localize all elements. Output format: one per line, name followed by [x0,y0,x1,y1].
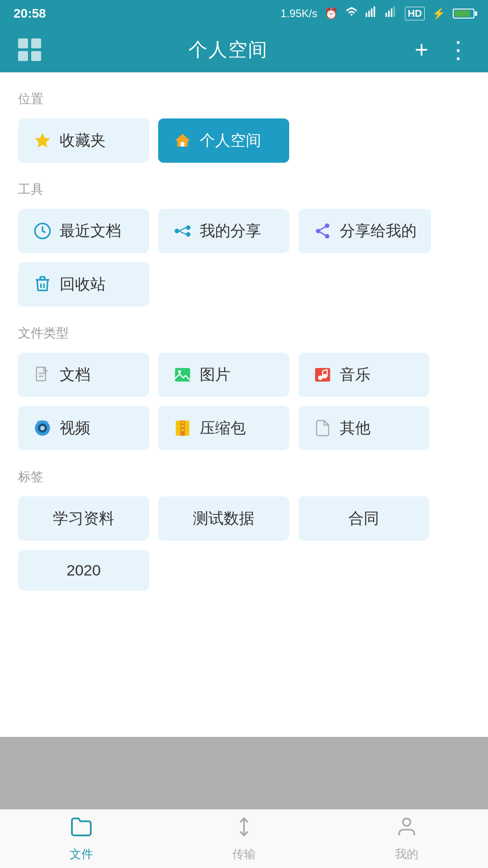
doc-button[interactable]: 文档 [18,353,149,397]
tags-grid: 学习资料 测试数据 合同 2020 [18,496,470,591]
year2020-tag-button[interactable]: 2020 [18,550,149,591]
svg-rect-0 [366,13,367,17]
location-section: 位置 收藏夹 个人空间 [18,90,470,163]
nav-transfer[interactable]: 传输 [163,816,325,862]
battery-icon [453,9,474,19]
recycle-label: 回收站 [60,274,106,295]
svg-rect-2 [371,9,373,17]
share-icon [173,221,192,241]
recent-docs-button[interactable]: 最近文档 [18,209,149,253]
study-tag-label: 学习资料 [53,508,114,529]
svg-point-12 [186,232,191,237]
test-data-tag-button[interactable]: 测试数据 [158,496,289,541]
svg-point-11 [186,226,191,230]
nav-mine[interactable]: 我的 [325,816,488,862]
svg-rect-35 [181,429,184,431]
grid-sq4 [31,51,41,61]
svg-point-24 [323,374,327,378]
contract-tag-button[interactable]: 合同 [298,496,429,541]
favorites-label: 收藏夹 [60,130,106,151]
svg-rect-8 [181,142,184,146]
zip-button[interactable]: 压缩包 [158,406,289,450]
grid-menu-button[interactable] [18,38,42,61]
file-types-grid: 文档 图片 [18,353,470,450]
svg-rect-3 [374,6,375,17]
time-display: 20:58 [14,6,46,21]
location-grid: 收藏夹 个人空间 [18,118,470,163]
hd-badge: HD [405,7,425,20]
video-button[interactable]: 视频 [18,406,149,450]
home-icon [173,131,192,151]
nav-files-label: 文件 [70,846,93,862]
doc-label: 文档 [60,364,90,385]
other-button[interactable]: 其他 [298,406,429,450]
zip-label: 压缩包 [200,418,246,439]
tools-grid: 最近文档 我的分享 [18,209,470,307]
svg-point-37 [403,818,411,826]
svg-rect-34 [181,425,184,427]
contract-tag-label: 合同 [348,508,379,529]
video-icon [33,418,52,438]
status-center: 1.95K/s ⏰ HD ⚡ [281,6,474,21]
svg-point-10 [175,229,179,233]
year2020-tag-label: 2020 [66,561,101,579]
recycle-button[interactable]: 回收站 [18,262,149,307]
svg-rect-15 [40,277,45,280]
my-share-label: 我的分享 [200,221,261,241]
trash-icon [33,274,52,294]
wifi-icon [345,6,358,21]
img-icon [173,365,192,385]
other-label: 其他 [340,418,371,439]
page-title: 个人空间 [188,37,268,62]
svg-line-14 [179,231,186,235]
svg-rect-6 [391,9,393,17]
music-button[interactable]: 音乐 [298,353,429,397]
svg-rect-33 [181,421,184,424]
video-label: 视频 [60,418,90,439]
grid-sq1 [18,38,28,48]
recent-docs-label: 最近文档 [60,221,121,241]
share2-icon [313,221,333,241]
main-content: 位置 收藏夹 个人空间 [0,72,488,737]
svg-rect-7 [394,6,395,17]
app-header: 个人空间 + ⋮ [0,27,488,72]
tools-label: 工具 [18,181,470,198]
study-tag-button[interactable]: 学习资料 [18,496,149,541]
star-icon [33,131,52,151]
zip-icon [173,418,192,438]
speed-display: 1.95K/s [281,7,317,20]
transfer-icon [233,816,255,843]
nav-files[interactable]: 文件 [0,816,163,862]
svg-line-13 [179,228,186,231]
add-button[interactable]: + [415,36,428,63]
music-icon [313,365,333,385]
signal2-icon [385,6,398,21]
svg-point-30 [40,426,45,430]
folder-icon [70,816,93,843]
clock-icon [33,221,52,241]
shared-with-me-button[interactable]: 分享给我的 [298,209,431,253]
svg-point-21 [178,370,181,373]
charging-icon: ⚡ [432,7,446,20]
test-data-tag-label: 测试数据 [193,508,254,529]
svg-rect-20 [175,368,190,382]
more-button[interactable]: ⋮ [446,36,470,63]
my-share-button[interactable]: 我的分享 [158,209,289,253]
other-icon [313,418,333,438]
nav-mine-label: 我的 [395,846,418,862]
personal-space-button[interactable]: 个人空间 [158,118,289,163]
header-actions: + ⋮ [415,36,470,63]
status-bar: 20:58 1.95K/s ⏰ HD ⚡ [0,0,488,27]
location-label: 位置 [18,90,470,108]
file-types-label: 文件类型 [18,325,470,342]
img-button[interactable]: 图片 [158,353,289,397]
svg-rect-4 [385,13,387,17]
doc-icon [33,365,52,385]
favorites-button[interactable]: 收藏夹 [18,118,149,163]
svg-rect-1 [368,11,370,17]
file-types-section: 文件类型 文档 [18,325,470,450]
alarm-icon: ⏰ [324,7,338,20]
tools-section: 工具 最近文档 [18,181,470,307]
img-label: 图片 [200,364,230,385]
bottom-nav: 文件 传输 我的 [0,809,488,868]
